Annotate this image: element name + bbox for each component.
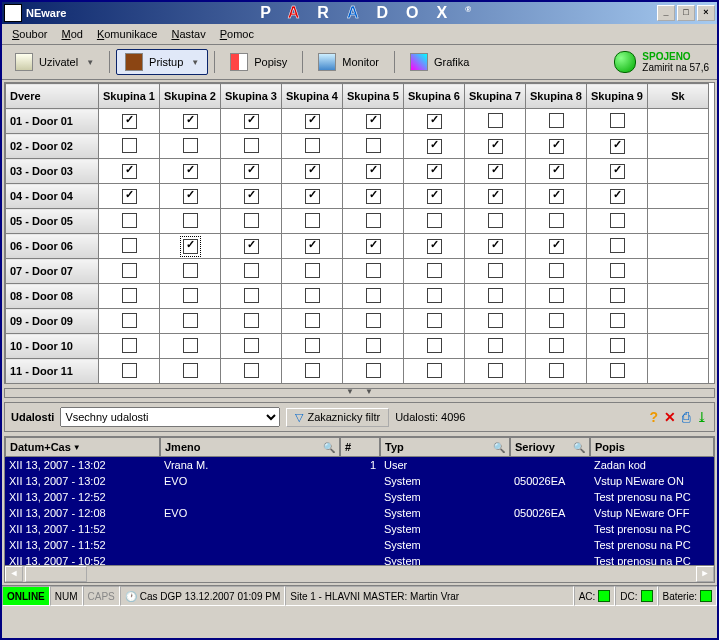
event-row[interactable]: XII 13, 2007 - 13:02EVOSystem050026EAVst… bbox=[5, 473, 714, 489]
access-cell[interactable] bbox=[282, 334, 343, 359]
access-cell[interactable] bbox=[526, 309, 587, 334]
access-cell[interactable] bbox=[221, 109, 282, 134]
checkbox[interactable] bbox=[488, 288, 503, 303]
column-datumcas[interactable]: Datum+Cas ▼ bbox=[5, 437, 160, 457]
access-cell[interactable] bbox=[343, 209, 404, 234]
column-skupina-6[interactable]: Skupina 6 bbox=[404, 84, 465, 109]
column-jmeno[interactable]: Jmeno🔍 bbox=[160, 437, 340, 457]
checkbox[interactable] bbox=[305, 313, 320, 328]
access-cell[interactable] bbox=[465, 159, 526, 184]
checkbox[interactable] bbox=[366, 363, 381, 378]
checkbox[interactable] bbox=[244, 114, 259, 129]
checkbox[interactable] bbox=[549, 288, 564, 303]
access-cell[interactable] bbox=[221, 209, 282, 234]
access-cell[interactable] bbox=[343, 334, 404, 359]
access-cell[interactable] bbox=[160, 209, 221, 234]
checkbox[interactable] bbox=[610, 139, 625, 154]
checkbox[interactable] bbox=[244, 138, 259, 153]
access-cell[interactable] bbox=[404, 284, 465, 309]
checkbox[interactable] bbox=[305, 138, 320, 153]
checkbox[interactable] bbox=[488, 113, 503, 128]
checkbox[interactable] bbox=[427, 288, 442, 303]
maximize-button[interactable]: □ bbox=[677, 5, 695, 21]
checkbox[interactable] bbox=[305, 213, 320, 228]
close-button[interactable]: × bbox=[697, 5, 715, 21]
checkbox[interactable] bbox=[610, 363, 625, 378]
checkbox[interactable] bbox=[549, 189, 564, 204]
checkbox[interactable] bbox=[122, 189, 137, 204]
checkbox[interactable] bbox=[610, 238, 625, 253]
access-cell[interactable] bbox=[465, 209, 526, 234]
access-grid[interactable]: DvereSkupina 1Skupina 2Skupina 3Skupina … bbox=[4, 82, 715, 384]
access-cell[interactable] bbox=[648, 184, 709, 209]
access-cell[interactable] bbox=[648, 209, 709, 234]
access-cell[interactable] bbox=[587, 259, 648, 284]
access-cell[interactable] bbox=[221, 184, 282, 209]
checkbox[interactable] bbox=[488, 363, 503, 378]
checkbox[interactable] bbox=[122, 164, 137, 179]
column-num[interactable]: # bbox=[340, 437, 380, 457]
access-cell[interactable] bbox=[648, 159, 709, 184]
access-cell[interactable] bbox=[587, 209, 648, 234]
column-typ[interactable]: Typ🔍 bbox=[380, 437, 510, 457]
column-skupina-1[interactable]: Skupina 1 bbox=[99, 84, 160, 109]
access-cell[interactable] bbox=[404, 309, 465, 334]
access-cell[interactable] bbox=[282, 184, 343, 209]
access-cell[interactable] bbox=[343, 184, 404, 209]
checkbox[interactable] bbox=[549, 338, 564, 353]
toolbar-grafika[interactable]: Grafika bbox=[401, 49, 478, 75]
checkbox[interactable] bbox=[244, 239, 259, 254]
checkbox[interactable] bbox=[244, 338, 259, 353]
access-cell[interactable] bbox=[99, 209, 160, 234]
event-row[interactable]: XII 13, 2007 - 11:52SystemTest prenosu n… bbox=[5, 521, 714, 537]
access-cell[interactable] bbox=[526, 359, 587, 384]
checkbox[interactable] bbox=[183, 189, 198, 204]
access-cell[interactable] bbox=[526, 209, 587, 234]
access-cell[interactable] bbox=[221, 309, 282, 334]
toolbar-monitor[interactable]: Monitor bbox=[309, 49, 388, 75]
events-filter-select[interactable]: Vsechny udalosti bbox=[60, 407, 280, 427]
menu-pomoc[interactable]: Pomoc bbox=[214, 26, 260, 42]
access-cell[interactable] bbox=[465, 284, 526, 309]
access-cell[interactable] bbox=[282, 209, 343, 234]
checkbox[interactable] bbox=[610, 189, 625, 204]
help-icon[interactable]: ? bbox=[649, 409, 658, 425]
checkbox[interactable] bbox=[366, 338, 381, 353]
checkbox[interactable] bbox=[122, 363, 137, 378]
column-seriovy[interactable]: Seriovy🔍 bbox=[510, 437, 590, 457]
checkbox[interactable] bbox=[488, 239, 503, 254]
access-cell[interactable] bbox=[526, 234, 587, 259]
access-cell[interactable] bbox=[343, 284, 404, 309]
splitter-handle[interactable]: ▼ ▼ bbox=[4, 388, 715, 398]
checkbox[interactable] bbox=[366, 164, 381, 179]
checkbox[interactable] bbox=[183, 114, 198, 129]
toolbar-uzivatel[interactable]: Uzivatel ▼ bbox=[6, 49, 103, 75]
checkbox[interactable] bbox=[610, 113, 625, 128]
access-cell[interactable] bbox=[282, 159, 343, 184]
access-cell[interactable] bbox=[343, 309, 404, 334]
access-cell[interactable] bbox=[648, 359, 709, 384]
access-cell[interactable] bbox=[282, 259, 343, 284]
access-cell[interactable] bbox=[648, 109, 709, 134]
print-icon[interactable]: ⎙ bbox=[682, 409, 690, 425]
access-cell[interactable] bbox=[343, 234, 404, 259]
checkbox[interactable] bbox=[427, 114, 442, 129]
column-skupina-9[interactable]: Skupina 9 bbox=[587, 84, 648, 109]
checkbox[interactable] bbox=[244, 363, 259, 378]
access-cell[interactable] bbox=[160, 159, 221, 184]
checkbox[interactable] bbox=[427, 363, 442, 378]
checkbox[interactable] bbox=[244, 263, 259, 278]
access-cell[interactable] bbox=[526, 184, 587, 209]
access-cell[interactable] bbox=[587, 159, 648, 184]
checkbox[interactable] bbox=[427, 213, 442, 228]
access-cell[interactable] bbox=[587, 234, 648, 259]
access-cell[interactable] bbox=[343, 159, 404, 184]
access-cell[interactable] bbox=[648, 334, 709, 359]
checkbox[interactable] bbox=[366, 313, 381, 328]
access-cell[interactable] bbox=[99, 284, 160, 309]
access-cell[interactable] bbox=[587, 359, 648, 384]
checkbox[interactable] bbox=[427, 164, 442, 179]
checkbox[interactable] bbox=[122, 238, 137, 253]
event-row[interactable]: XII 13, 2007 - 12:52SystemTest prenosu n… bbox=[5, 489, 714, 505]
access-cell[interactable] bbox=[160, 259, 221, 284]
